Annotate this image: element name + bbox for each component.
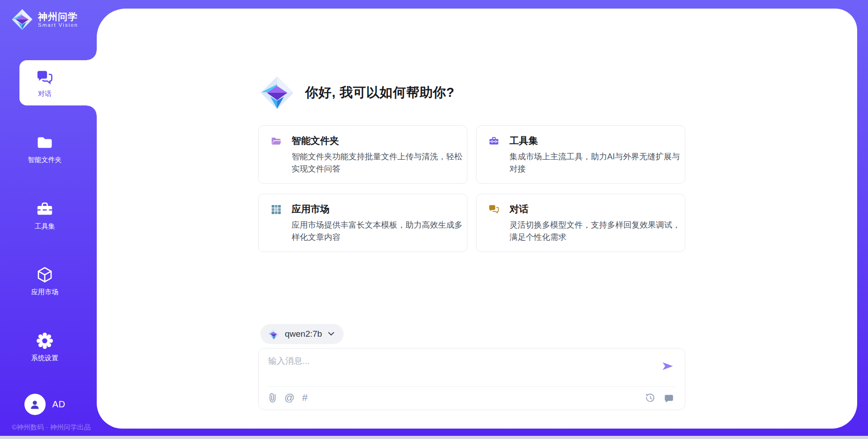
brand-logo-gem-icon bbox=[11, 8, 33, 31]
main-content-panel: 你好, 我可以如何帮助你? 智能文件夹 智能文件夹功能支持批量文件上传与清洗，轻… bbox=[97, 9, 857, 429]
brand: 神州问学 Smart Vision bbox=[11, 8, 78, 31]
sidebar: 神州问学 Smart Vision 对话 智能文件夹 bbox=[0, 0, 97, 439]
chat-bubbles-icon bbox=[35, 68, 54, 87]
model-selector[interactable]: qwen2:7b bbox=[260, 324, 344, 344]
mention-icon[interactable]: @ bbox=[284, 393, 294, 403]
sidebar-item-smart-folder[interactable]: 智能文件夹 bbox=[0, 134, 90, 164]
sidebar-item-label: 系统设置 bbox=[31, 354, 58, 363]
sidebar-item-label: 工具集 bbox=[35, 222, 55, 231]
app-window: 你好, 我可以如何帮助你? 智能文件夹 智能文件夹功能支持批量文件上传与清洗，轻… bbox=[0, 0, 868, 439]
avatar bbox=[24, 394, 46, 415]
grid-icon bbox=[270, 204, 282, 215]
card-chat[interactable]: 对话 灵活切换多模型文件，支持多样回复效果调试，满足个性化需求 bbox=[476, 194, 685, 252]
gear-icon bbox=[36, 332, 54, 350]
feature-cards: 智能文件夹 智能文件夹功能支持批量文件上传与清洗，轻松实现文件问答 工具集 集成… bbox=[258, 125, 685, 252]
chat-bubbles-icon bbox=[488, 204, 500, 215]
card-title: 工具集 bbox=[509, 134, 538, 147]
composer-divider bbox=[268, 387, 676, 387]
card-description: 集成市场上主流工具，助力AI与外界无缝扩展与对接 bbox=[509, 151, 684, 175]
app-logo-gem-icon bbox=[259, 75, 295, 111]
card-smart-folder[interactable]: 智能文件夹 智能文件夹功能支持批量文件上传与清洗，轻松实现文件问答 bbox=[258, 125, 467, 184]
sidebar-item-settings[interactable]: 系统设置 bbox=[0, 332, 90, 363]
card-description: 智能文件夹功能支持批量文件上传与清洗，轻松实现文件问答 bbox=[292, 151, 466, 175]
sidebar-item-label: 对话 bbox=[38, 90, 52, 98]
card-header: 应用市场 bbox=[270, 203, 456, 215]
sidebar-item-chat-active[interactable]: 对话 bbox=[19, 60, 97, 105]
tab-fillet-bottom bbox=[87, 105, 97, 115]
sidebar-item-app-market[interactable]: 应用市场 bbox=[0, 266, 90, 296]
send-icon[interactable] bbox=[661, 360, 674, 372]
card-header: 智能文件夹 bbox=[270, 134, 456, 147]
paperclip-icon[interactable] bbox=[269, 392, 277, 403]
model-logo-gem-icon bbox=[268, 328, 280, 340]
brand-text: 神州问学 Smart Vision bbox=[38, 11, 78, 27]
brand-name: 神州问学 bbox=[38, 11, 78, 22]
greeting-title: 你好, 我可以如何帮助你? bbox=[305, 84, 454, 102]
card-description: 应用市场提供丰富长文本模板，助力高效生成多样化文章内容 bbox=[292, 219, 466, 243]
card-header: 对话 bbox=[488, 203, 674, 215]
history-clock-icon[interactable] bbox=[645, 393, 656, 403]
card-toolset[interactable]: 工具集 集成市场上主流工具，助力AI与外界无缝扩展与对接 bbox=[476, 125, 685, 184]
composer-toolbar-right bbox=[645, 393, 674, 403]
model-name: qwen2:7b bbox=[285, 329, 322, 339]
user-name: AD bbox=[52, 399, 66, 410]
composer-toolbar-left: @ # bbox=[269, 392, 308, 403]
card-title: 对话 bbox=[509, 203, 528, 215]
card-app-market[interactable]: 应用市场 应用市场提供丰富长文本模板，助力高效生成多样化文章内容 bbox=[258, 194, 467, 252]
window-bottom-edge bbox=[0, 436, 868, 439]
chat-panel-icon[interactable] bbox=[664, 393, 674, 403]
toolbox-icon bbox=[36, 200, 54, 218]
tab-fillet-top bbox=[87, 50, 97, 60]
message-input[interactable] bbox=[268, 355, 657, 382]
greeting-section: 你好, 我可以如何帮助你? bbox=[258, 68, 685, 118]
package-cube-icon bbox=[36, 266, 54, 284]
card-header: 工具集 bbox=[488, 134, 674, 147]
folder-open-icon bbox=[270, 135, 282, 147]
folder-icon bbox=[36, 134, 54, 152]
person-icon bbox=[28, 398, 41, 411]
sidebar-item-toolset[interactable]: 工具集 bbox=[0, 200, 90, 231]
message-composer: @ # bbox=[258, 348, 685, 410]
card-title: 应用市场 bbox=[292, 203, 330, 215]
card-title: 智能文件夹 bbox=[292, 134, 339, 147]
card-description: 灵活切换多模型文件，支持多样回复效果调试，满足个性化需求 bbox=[509, 219, 684, 243]
brand-subtitle: Smart Vision bbox=[38, 22, 78, 28]
toolbox-icon bbox=[488, 135, 500, 147]
user-account[interactable]: AD bbox=[0, 394, 90, 415]
hashtag-icon[interactable]: # bbox=[302, 393, 307, 403]
chevron-down-icon bbox=[328, 332, 335, 336]
sidebar-item-label: 应用市场 bbox=[31, 288, 58, 296]
sidebar-item-label: 智能文件夹 bbox=[28, 156, 62, 164]
copyright-text: ©神州数码 · 神州问学出品 bbox=[12, 423, 90, 432]
